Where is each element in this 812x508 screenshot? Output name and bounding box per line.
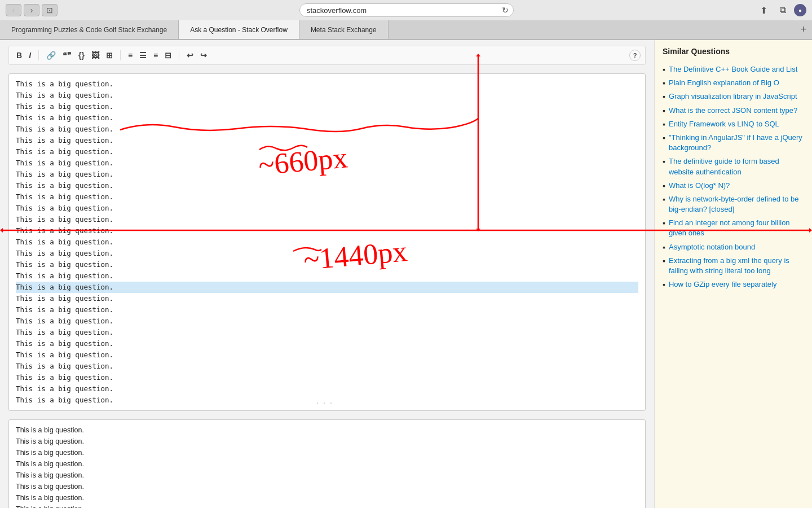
sidebar-list: ▪The Definitive C++ Book Guide and List▪… (663, 63, 804, 291)
toolbar-sep-2 (120, 50, 121, 60)
ol-button[interactable]: ≡ (125, 50, 135, 61)
help-spacer: ? (629, 50, 641, 61)
image-button[interactable]: 🖼 (89, 50, 102, 61)
sidebar-bullet-icon: ▪ (663, 280, 665, 289)
tab-2[interactable]: Ask a Question - Stack Overflow (179, 20, 299, 39)
align-button[interactable]: ≡ (151, 50, 161, 61)
browser-toolbar: ‹ › ⊡ stackoverflow.com ↻ ⬆ ⧉ ● (0, 0, 812, 20)
insert-group: 🔗 ❝❞ {} 🖼 ⊞ (43, 50, 116, 61)
editor-line: This is a big question. (16, 282, 638, 293)
forward-button[interactable]: › (24, 4, 39, 16)
share-button[interactable]: ⬆ (756, 4, 771, 16)
sidebar-question-link[interactable]: Find an integer not among four billion g… (669, 218, 804, 238)
italic-button[interactable]: I (26, 50, 34, 61)
editor-toolbar: B I 🔗 ❝❞ {} 🖼 ⊞ ≡ ☰ ≡ ⊟ ↩ ↪ (8, 46, 646, 65)
sidebar-question-link[interactable]: Entity Framework vs LINQ to SQL (669, 119, 779, 129)
sidebar-question-link[interactable]: Graph visualization library in JavaScrip… (669, 91, 797, 102)
editor-line: This is a big question. (16, 259, 638, 270)
editor-box[interactable]: This is a big question.This is a big que… (8, 73, 646, 411)
help-button[interactable]: ? (629, 50, 641, 61)
sidebar-list-item: ▪The Definitive C++ Book Guide and List (663, 63, 804, 76)
sidebar-question-link[interactable]: The definitive guide to form based websi… (669, 156, 804, 177)
sidebar-question-link[interactable]: How to GZip every file separately (669, 279, 776, 290)
sidebar-question-link[interactable]: "Thinking in AngularJS" if I have a jQue… (669, 133, 804, 153)
refresh-button[interactable]: ↻ (502, 6, 509, 15)
preview-line: This is a big question. (16, 424, 638, 436)
preview-line: This is a big question. (16, 503, 638, 508)
add-tab-button[interactable]: + (795, 20, 812, 39)
tab-1[interactable]: Programming Puzzles & Code Golf Stack Ex… (0, 20, 179, 39)
redo-button[interactable]: ↪ (197, 50, 210, 61)
back-button[interactable]: ‹ (6, 4, 21, 16)
sidebar-list-item: ▪Why is network-byte-order defined to be… (663, 192, 804, 216)
sidebar-question-link[interactable]: Asymptotic notation bound (669, 242, 755, 252)
editor-line: This is a big question. (16, 203, 638, 214)
editor-line: This is a big question. (16, 169, 638, 180)
editor-line: This is a big question. (16, 90, 638, 101)
preview-box: This is a big question.This is a big que… (8, 419, 646, 508)
editor-line: This is a big question. (16, 146, 638, 157)
history-group: ↩ ↪ (184, 50, 210, 61)
sidebar-list-item: ▪Graph visualization library in JavaScri… (663, 90, 804, 103)
tab-bar: Programming Puzzles & Code Golf Stack Ex… (0, 20, 812, 40)
editor-line: This is a big question. (16, 316, 638, 327)
editor-line: This is a big question. (16, 112, 638, 124)
editor-line: This is a big question. (16, 225, 638, 237)
blockquote-button[interactable]: ❝❞ (60, 50, 74, 61)
sidebar-bullet-icon: ▪ (663, 92, 665, 101)
editor-content: This is a big question.This is a big que… (16, 78, 638, 406)
ul-button[interactable]: ☰ (136, 50, 149, 61)
sidebar-list-item: ▪Plain English explanation of Big O (663, 76, 804, 90)
editor-line: This is a big question. (16, 191, 638, 203)
view-button[interactable]: ⊡ (42, 4, 58, 16)
code-button[interactable]: {} (76, 50, 87, 61)
more-button[interactable]: ⊞ (103, 50, 116, 61)
sidebar-question-link[interactable]: What is O(log* N)? (669, 181, 730, 191)
toolbar-sep-1 (38, 50, 39, 60)
preview-line: This is a big question. (16, 447, 638, 458)
bold-button[interactable]: B (14, 50, 25, 61)
editor-line: This is a big question. (16, 372, 638, 383)
sidebar-bullet-icon: ▪ (663, 218, 665, 227)
preview-line: This is a big question. (16, 436, 638, 447)
editor-line: This is a big question. (16, 383, 638, 395)
tab-3[interactable]: Meta Stack Exchange (299, 20, 389, 39)
preview-line: This is a big question. (16, 470, 638, 481)
editor-line: This is a big question. (16, 361, 638, 372)
profile-button[interactable]: ● (794, 4, 806, 16)
sidebar-question-link[interactable]: Why is network-byte-order defined to be … (669, 194, 804, 214)
sidebar-question-link[interactable]: The Definitive C++ Book Guide and List (669, 64, 797, 75)
sidebar-bullet-icon: ▪ (663, 195, 665, 204)
editor-line: This is a big question. (16, 349, 638, 361)
editor-line: This is a big question. (16, 248, 638, 259)
sidebar-question-link[interactable]: What is the correct JSON content type? (669, 106, 797, 116)
editor-area: B I 🔗 ❝❞ {} 🖼 ⊞ ≡ ☰ ≡ ⊟ ↩ ↪ (0, 40, 654, 508)
sidebar-bullet-icon: ▪ (663, 243, 665, 252)
sidebar-list-item: ▪What is the correct JSON content type? (663, 104, 804, 117)
list-group: ≡ ☰ ≡ ⊟ (125, 50, 174, 61)
editor-line: This is a big question. (16, 214, 638, 225)
duplicate-button[interactable]: ⧉ (775, 4, 791, 16)
editor-line: This is a big question. (16, 135, 638, 146)
indent-button[interactable]: ⊟ (162, 50, 174, 61)
preview-line: This is a big question. (16, 458, 638, 470)
sidebar-question-link[interactable]: Extracting from a big xml the query is f… (669, 256, 804, 276)
browser-chrome: ‹ › ⊡ stackoverflow.com ↻ ⬆ ⧉ ● Programm… (0, 0, 812, 40)
resize-handle[interactable]: · · · · · (316, 406, 338, 410)
sidebar-question-link[interactable]: Plain English explanation of Big O (669, 78, 779, 88)
sidebar-bullet-icon: ▪ (663, 256, 665, 265)
main-layout: B I 🔗 ❝❞ {} 🖼 ⊞ ≡ ☰ ≡ ⊟ ↩ ↪ (0, 40, 812, 508)
nav-buttons: ‹ › ⊡ (6, 4, 58, 16)
editor-line: This is a big question. (16, 338, 638, 349)
address-bar[interactable]: stackoverflow.com ↻ (299, 3, 514, 17)
preview-line: This is a big question. (16, 492, 638, 503)
undo-button[interactable]: ↩ (184, 50, 196, 61)
sidebar-bullet-icon: ▪ (663, 133, 665, 142)
address-bar-container: stackoverflow.com ↻ (62, 3, 751, 17)
editor-line: This is a big question. (16, 293, 638, 304)
editor-line: This is a big question. (16, 304, 638, 316)
link-button[interactable]: 🔗 (43, 50, 59, 61)
url-text: stackoverflow.com (307, 6, 367, 15)
sidebar-bullet-icon: ▪ (663, 157, 665, 166)
sidebar-list-item: ▪How to GZip every file separately (663, 278, 804, 291)
